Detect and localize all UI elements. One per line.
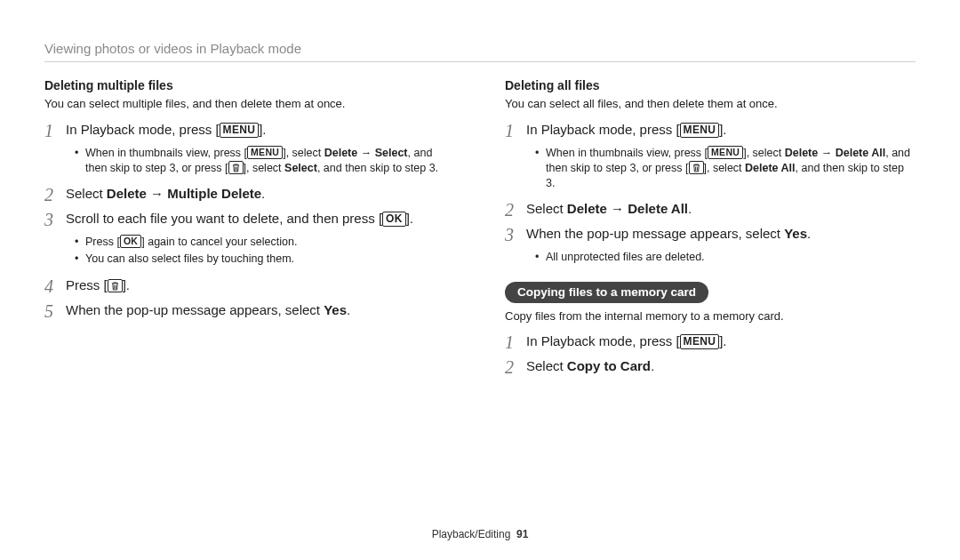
step-number: 3	[44, 210, 66, 229]
step-number: 2	[505, 200, 526, 220]
footer-page: 91	[516, 528, 528, 540]
page-footer: Playback/Editing 91	[0, 528, 960, 540]
step-number: 2	[44, 185, 66, 204]
step: 4 Press [].	[44, 276, 455, 296]
step: 1 In Playback mode, press [MENU].	[505, 332, 916, 352]
menu-key-icon: MENU	[247, 146, 283, 159]
step-text: When the pop-up message appears, select …	[66, 301, 350, 319]
step-number: 5	[44, 301, 66, 321]
steps-right: 2 Select Delete → Delete All. 3 When the…	[505, 200, 916, 244]
step-text: Press [].	[66, 276, 130, 294]
subhead-right: Deleting all files	[505, 78, 916, 92]
step: 3 Scroll to each file you want to delete…	[44, 210, 455, 229]
content-columns: Deleting multiple files You can select m…	[44, 78, 916, 382]
step-text: Select Delete → Multiple Delete.	[66, 185, 265, 203]
menu-key-icon: MENU	[220, 123, 260, 138]
step: 2 Select Delete → Delete All.	[505, 200, 916, 220]
note: Press [OK] again to cancel your selectio…	[75, 235, 455, 250]
menu-key-icon: MENU	[680, 334, 720, 349]
step-notes: When in thumbnails view, press [MENU], s…	[75, 146, 455, 177]
step-number: 3	[505, 225, 526, 244]
steps-left: 2 Select Delete → Multiple Delete. 3 Scr…	[44, 185, 455, 229]
step-notes: All unprotected files are deleted.	[535, 250, 916, 265]
step-text: Scroll to each file you want to delete, …	[66, 210, 413, 228]
step: 2 Select Delete → Multiple Delete.	[44, 185, 455, 204]
steps-left: 4 Press []. 5 When the pop-up message ap…	[44, 276, 455, 321]
ok-key-icon: OK	[120, 235, 141, 248]
trash-icon	[108, 279, 123, 292]
step-number: 1	[505, 332, 526, 352]
trash-icon	[228, 161, 244, 174]
steps-copy: 1 In Playback mode, press [MENU]. 2 Sele…	[505, 332, 916, 377]
step: 5 When the pop-up message appears, selec…	[44, 301, 455, 321]
right-column: Deleting all files You can select all fi…	[505, 78, 916, 382]
step-text: Select Copy to Card.	[526, 357, 654, 375]
divider	[44, 61, 916, 62]
step-number: 2	[505, 357, 526, 377]
step-text: In Playback mode, press [MENU].	[66, 121, 266, 139]
left-column: Deleting multiple files You can select m…	[44, 78, 455, 382]
page-title: Viewing photos or videos in Playback mod…	[44, 41, 916, 56]
step-text: In Playback mode, press [MENU].	[526, 121, 726, 139]
note: All unprotected files are deleted.	[535, 250, 916, 265]
note: When in thumbnails view, press [MENU], s…	[535, 146, 916, 192]
section-pill: Copying files to a memory card	[505, 282, 708, 303]
intro-left: You can select multiple files, and then …	[44, 96, 455, 112]
note: When in thumbnails view, press [MENU], s…	[75, 146, 455, 177]
footer-section: Playback/Editing	[432, 528, 511, 540]
step: 3 When the pop-up message appears, selec…	[505, 225, 916, 244]
step-notes: Press [OK] again to cancel your selectio…	[75, 235, 455, 268]
trash-icon	[689, 161, 704, 174]
step-number: 1	[505, 121, 526, 140]
step-notes: When in thumbnails view, press [MENU], s…	[535, 146, 916, 192]
step: 1 In Playback mode, press [MENU].	[44, 121, 455, 140]
step: 2 Select Copy to Card.	[505, 357, 916, 377]
steps-right: 1 In Playback mode, press [MENU].	[505, 121, 916, 140]
subhead-left: Deleting multiple files	[44, 78, 455, 92]
menu-key-icon: MENU	[680, 123, 720, 138]
step-number: 1	[44, 121, 66, 140]
step: 1 In Playback mode, press [MENU].	[505, 121, 916, 140]
step-number: 4	[44, 276, 66, 296]
manual-page: Viewing photos or videos in Playback mod…	[0, 0, 960, 560]
step-text: Select Delete → Delete All.	[526, 200, 692, 218]
copy-intro: Copy files from the internal memory to a…	[505, 308, 916, 324]
steps-left: 1 In Playback mode, press [MENU].	[44, 121, 455, 140]
menu-key-icon: MENU	[708, 146, 743, 159]
intro-right: You can select all files, and then delet…	[505, 96, 916, 112]
step-text: When the pop-up message appears, select …	[526, 225, 811, 243]
note: You can also select files by touching th…	[75, 252, 455, 267]
ok-key-icon: OK	[382, 212, 406, 227]
step-text: In Playback mode, press [MENU].	[526, 332, 726, 350]
